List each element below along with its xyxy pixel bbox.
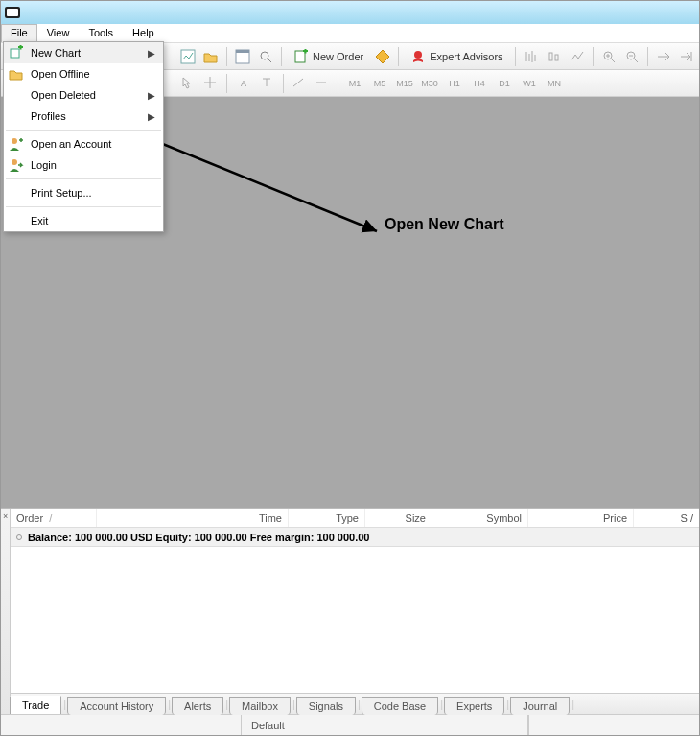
row-bullet-icon xyxy=(16,534,22,540)
horizontal-line-icon xyxy=(315,76,330,91)
tab-journal[interactable]: Journal xyxy=(510,697,570,715)
menu-tools[interactable]: Tools xyxy=(79,24,123,42)
tab-signals[interactable]: Signals xyxy=(296,697,356,715)
menu-print-setup-label: Print Setup... xyxy=(31,187,92,199)
menu-new-chart[interactable]: New Chart ▶ xyxy=(4,42,163,63)
col-size[interactable]: Size xyxy=(365,509,432,527)
tb-zoom-out-button[interactable] xyxy=(621,46,642,67)
diamond-alert-icon xyxy=(375,49,390,64)
tb-indicator-button-1[interactable] xyxy=(521,46,542,67)
bars-icon xyxy=(524,49,539,64)
tb-crosshair-button[interactable] xyxy=(200,73,222,94)
tb-new-order-label: New Order xyxy=(313,51,363,62)
menu-open-account[interactable]: Open an Account xyxy=(4,133,163,154)
tb-profiles-button[interactable] xyxy=(200,46,222,67)
tf-m30[interactable]: M30 xyxy=(418,74,441,93)
menubar: File View Tools Help New Chart ▶ Open Of… xyxy=(1,24,699,43)
tb-autotrade-button[interactable] xyxy=(372,46,393,67)
cursor-icon xyxy=(180,76,196,91)
zoom-in-icon xyxy=(601,49,617,64)
menu-new-chart-label: New Chart xyxy=(31,47,81,59)
menu-print-setup[interactable]: Print Setup... xyxy=(4,182,163,203)
chevron-right-icon: ▶ xyxy=(148,90,155,101)
tf-h1[interactable]: H1 xyxy=(443,74,466,93)
menu-help[interactable]: Help xyxy=(123,24,164,42)
svg-rect-5 xyxy=(236,50,249,53)
tb-shift-button[interactable] xyxy=(676,46,697,67)
trading-terminal-window: File View Tools Help New Chart ▶ Open Of… xyxy=(0,0,700,736)
toolbar-separator xyxy=(338,74,338,93)
tf-d1[interactable]: D1 xyxy=(493,74,516,93)
line-chart-icon xyxy=(570,49,585,64)
window-list-icon xyxy=(235,49,250,64)
scroll-icon xyxy=(656,49,671,64)
tf-m5[interactable]: M5 xyxy=(368,74,391,93)
tf-m1[interactable]: M1 xyxy=(343,74,366,93)
tb-draw-button-2[interactable] xyxy=(312,73,333,94)
menu-open-offline[interactable]: Open Offline xyxy=(4,63,163,84)
toolbar-separator xyxy=(593,47,594,66)
tf-h4[interactable]: H4 xyxy=(468,74,491,93)
tb-indicator-button-3[interactable] xyxy=(567,46,588,67)
menu-profiles[interactable]: Profiles ▶ xyxy=(4,106,163,127)
tb-scroll-button[interactable] xyxy=(653,46,674,67)
sort-indicator-icon: / xyxy=(49,512,52,524)
menu-login-label: Login xyxy=(31,159,57,171)
tf-w1[interactable]: W1 xyxy=(518,74,541,93)
tb-expert-advisors-button[interactable]: Expert Advisors xyxy=(404,46,509,67)
tab-alerts[interactable]: Alerts xyxy=(172,697,223,715)
folder-icon xyxy=(203,49,219,64)
status-seg-right xyxy=(528,715,699,735)
col-type[interactable]: Type xyxy=(289,509,365,527)
tb-new-order-button[interactable]: New Order xyxy=(287,46,370,67)
svg-rect-9 xyxy=(549,53,552,60)
chart-window-icon xyxy=(180,49,196,64)
file-dropdown: New Chart ▶ Open Offline Open Deleted ▶ … xyxy=(3,41,164,232)
tb-text-button[interactable] xyxy=(257,73,278,94)
tab-account-history[interactable]: Account History xyxy=(67,697,166,715)
tf-mn[interactable]: MN xyxy=(543,74,566,93)
tb-text-label-button[interactable]: A xyxy=(232,74,255,93)
menu-view[interactable]: View xyxy=(37,24,80,42)
col-sl[interactable]: S / xyxy=(634,509,699,527)
person-login-icon xyxy=(9,157,24,173)
status-profile[interactable]: Default xyxy=(241,715,528,735)
menu-open-account-label: Open an Account xyxy=(31,138,111,150)
chevron-right-icon: ▶ xyxy=(148,111,155,122)
svg-rect-10 xyxy=(555,55,558,60)
balance-row[interactable]: Balance: 100 000.00 USD Equity: 100 000.… xyxy=(11,528,699,547)
tb-draw-button-1[interactable] xyxy=(289,73,310,94)
tb-indicator-button-2[interactable] xyxy=(544,46,565,67)
svg-point-8 xyxy=(414,51,422,59)
tb-zoom-in-button[interactable] xyxy=(598,46,619,67)
col-symbol[interactable]: Symbol xyxy=(432,509,528,527)
toolbar-separator xyxy=(283,74,284,93)
tab-experts[interactable]: Experts xyxy=(444,697,504,715)
zoom-out-icon xyxy=(624,49,640,64)
toolbar-separator xyxy=(515,47,516,66)
tb-data-window-button[interactable] xyxy=(255,46,276,67)
text-icon xyxy=(260,76,275,91)
close-icon[interactable]: × xyxy=(3,511,8,521)
terminal-empty-grid xyxy=(11,547,699,693)
toolbar-separator xyxy=(226,47,227,66)
svg-point-2 xyxy=(12,159,17,165)
tf-m15[interactable]: M15 xyxy=(393,74,416,93)
col-time[interactable]: Time xyxy=(97,509,289,527)
col-price[interactable]: Price xyxy=(528,509,634,527)
terminal-title: Terminal xyxy=(0,640,2,677)
tab-trade[interactable]: Trade xyxy=(10,696,61,714)
menu-file[interactable]: File xyxy=(1,24,37,42)
tb-cursor-button[interactable] xyxy=(177,73,198,94)
tab-mailbox[interactable]: Mailbox xyxy=(229,697,291,715)
menu-open-deleted[interactable]: Open Deleted ▶ xyxy=(4,84,163,106)
tab-code-base[interactable]: Code Base xyxy=(362,697,438,715)
tb-market-watch-button[interactable] xyxy=(232,46,253,67)
col-order[interactable]: Order / xyxy=(11,509,97,527)
status-seg-help xyxy=(1,715,241,735)
menu-exit[interactable]: Exit xyxy=(4,210,163,231)
tb-chart-icon-button[interactable] xyxy=(177,46,198,67)
menu-login[interactable]: Login xyxy=(4,154,163,176)
folder-open-icon xyxy=(9,66,24,82)
menu-exit-label: Exit xyxy=(31,215,48,226)
